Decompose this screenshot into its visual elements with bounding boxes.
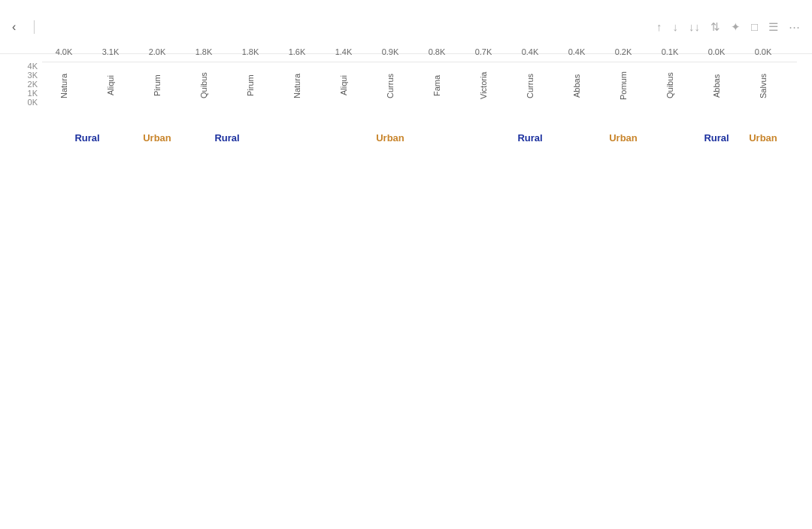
y-label-4k: 4K [28,62,38,71]
copy-icon[interactable]: □ [751,20,758,33]
category-label-urban-2: Urban [135,128,179,147]
grid-line-3 [42,62,797,62]
sort-asc-icon[interactable]: ↑ [656,20,662,33]
y-axis: 4K 3K 2K 1K 0K [15,62,42,174]
y-label-1k: 1K [28,89,38,98]
category-label-urban-15: Urban [741,128,785,147]
toolbar-icons: ↑ ↓ ↓↓ ⇅ ✦ □ ☰ ⋯ [656,20,800,34]
bar-label-3: Quibus [182,65,226,107]
header: ‹ ↑ ↓ ↓↓ ⇅ ✦ □ ☰ ⋯ [0,0,812,54]
bar-value-6: 1.4K [335,47,353,56]
bar-label-7: Currus [368,65,412,107]
bar-value-13: 0.1K [662,47,679,56]
bar-value-2: 2.0K [149,47,166,56]
bar-label-2: Pirum [135,65,179,107]
category-label-rural-14: Rural [695,128,738,147]
sort-az-icon[interactable]: ↓↓ [689,20,700,33]
bar-label-4: Pirum [229,65,272,107]
bar-label-12: Pomum [601,65,645,107]
bar-label-14: Abbas [695,65,738,107]
bar-label-11: Abbas [555,65,598,107]
category-label-urban-5: Urban [275,128,505,147]
grid-line-4 [42,62,797,62]
bars-and-labels: 4.0KNatura3.1KAliqui2.0KPirum1.8KQuibus1… [42,62,797,147]
bar-label-0: Natura [42,65,86,107]
grid-line-1 [42,62,797,62]
filter-icon[interactable]: ☰ [768,20,778,34]
bar-value-4: 1.8K [242,47,259,56]
bar-value-11: 0.4K [568,47,586,56]
bar-value-8: 0.8K [429,47,446,56]
expand-icon[interactable]: ⇅ [710,20,720,34]
bar-value-0: 4.0K [56,47,73,56]
bar-value-12: 0.2K [615,47,632,56]
header-left: ‹ [12,20,56,34]
bar-label-1: Aliqui [89,65,132,107]
bar-label-5: Natura [275,65,319,107]
chart-container: 4K 3K 2K 1K 0K 4.0KNatura3.1KAliqui2.0KP… [0,54,812,529]
bar-value-5: 1.6K [289,47,306,56]
bar-value-7: 0.9K [382,47,399,56]
chevron-left-icon: ‹ [12,20,16,34]
y-label-0k: 0K [28,98,38,107]
y-label-3k: 3K [28,71,38,80]
sort-desc-icon[interactable]: ↓ [672,20,678,33]
bar-value-9: 0.7K [475,47,492,56]
bar-value-3: 1.8K [195,47,213,56]
category-label-rural-10: Rural [508,128,552,147]
category-row: RuralUrbanRuralUrbanRuralUrbanRuralUrban [42,128,797,147]
bar-value-1: 3.1K [102,47,120,56]
category-label-urban-11: Urban [555,128,692,147]
grid-line-2 [42,62,797,62]
bar-value-15: 0.0K [755,47,772,56]
star-icon[interactable]: ✦ [731,20,741,34]
bar-label-8: Fama [415,65,459,107]
bar-value-14: 0.0K [708,47,726,56]
bar-label-6: Aliqui [322,65,365,107]
back-button[interactable]: ‹ [12,20,35,34]
category-label-rural-0: Rural [42,128,132,147]
y-label-2k: 2K [28,80,38,89]
category-label-rural-3: Rural [182,128,272,147]
bar-label-9: Victoria [462,65,505,107]
bar-label-10: Currus [508,65,552,107]
bar-label-13: Quibus [648,65,692,107]
bar-label-15: Salvus [741,65,785,107]
more-icon[interactable]: ⋯ [789,20,800,34]
bar-value-10: 0.4K [522,47,539,56]
grid-line-0 [42,62,797,62]
